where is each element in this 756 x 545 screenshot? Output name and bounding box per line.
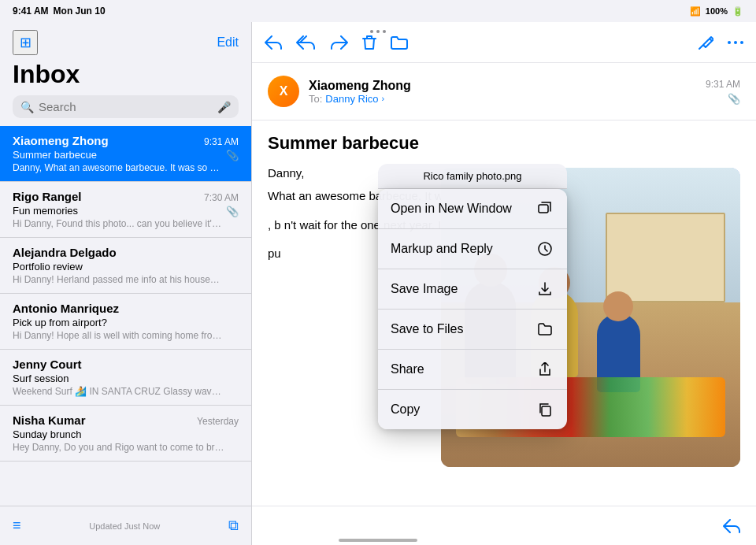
email-timestamp-area: 9:31 AM 📎 [706,79,740,105]
mail-sender-3: Antonio Manriquez [13,302,119,315]
wifi-icon: 📶 [690,6,701,17]
mail-subject-1: Fun memories [13,205,78,217]
to-label: To: [309,93,322,105]
context-menu-item-0[interactable]: Open in New Window [378,189,567,229]
mic-icon[interactable]: 🎤 [217,101,231,113]
reply-all-button[interactable] [296,35,317,50]
email-toolbar [252,22,756,63]
mail-sender-1: Rigo Rangel [13,190,82,203]
mail-list: Xiaomeng Zhong 9:31 AM Summer barbecue 📎… [0,126,251,506]
context-menu-item-4[interactable]: Share [378,350,567,390]
attachment-icon-1: 📎 [226,206,239,217]
mail-subject-4: Surf session [13,373,69,384]
mail-item-2[interactable]: Alejandra Delgado Portfolio review Hi Da… [0,238,251,294]
search-icon: 🔍 [20,101,34,113]
context-menu-label-4: Share [391,362,424,376]
stack-button[interactable]: ⧉ [228,517,239,534]
drag-dot-3 [383,30,386,33]
context-menu-label-3: Save to Files [391,322,463,336]
status-date: Mon Jun 10 [54,6,106,17]
context-menu-icon-0 [536,199,554,218]
compose-button[interactable] [698,35,713,50]
context-menu: Open in New Window Markup and Reply Save… [378,189,567,429]
context-menu-label-0: Open in New Window [391,202,512,216]
inbox-title: Inbox [0,60,251,95]
more-button[interactable] [728,40,743,45]
mail-item-3[interactable]: Antonio Manriquez Pick up from airport? … [0,294,251,350]
battery-label: 100% [706,6,728,16]
context-menu-item-2[interactable]: Save Image [378,269,567,310]
mail-preview-0: Danny, What an awesome barbecue. It was … [13,162,225,173]
email-to-row: To: Danny Rico › [309,93,696,105]
reply-bottom-icon [723,519,740,533]
svg-rect-5 [542,406,550,416]
mail-subject-3: Pick up from airport? [13,317,107,328]
mail-item-1[interactable]: Rigo Rangel 7:30 AM Fun memories 📎 Hi Da… [0,182,251,238]
sidebar-header: ⊞ Edit [0,22,251,60]
email-subject: Summer barbecue [268,133,740,154]
drag-dot-1 [370,30,373,33]
email-sender-info: Xiaomeng Zhong To: Danny Rico › [309,79,696,105]
app-container: ⊞ Edit Inbox 🔍 🎤 Xiaomeng Zhong 9:31 AM … [0,22,756,545]
status-left: 9:41 AM Mon Jun 10 [13,6,106,17]
forward-icon [331,35,348,50]
reply-icon [265,35,282,50]
filter-button[interactable]: ≡ [13,517,21,534]
search-bar[interactable]: 🔍 🎤 [13,95,239,118]
home-indicator [339,539,417,542]
status-time: 9:41 AM [13,6,49,17]
search-input[interactable] [39,100,213,113]
email-timestamp: 9:31 AM [706,79,740,90]
mail-item-0[interactable]: Xiaomeng Zhong 9:31 AM Summer barbecue 📎… [0,126,251,182]
sidebar-toggle-button[interactable]: ⊞ [13,30,38,55]
context-menu-icon-2 [536,280,554,298]
svg-rect-3 [539,205,548,213]
attachment-indicator: 📎 [728,93,740,105]
status-bar: 9:41 AM Mon Jun 10 📶 100% 🔋 [0,0,756,22]
email-header: X Xiaomeng Zhong To: Danny Rico › 9:31 A… [252,63,756,120]
context-menu-icon-1 [536,239,554,258]
svg-point-2 [740,41,743,44]
edit-button[interactable]: Edit [217,35,239,50]
status-right: 📶 100% 🔋 [690,6,743,17]
chevron-right-icon: › [382,94,385,103]
folder-button[interactable] [391,35,408,50]
mail-preview-5: Hey Danny, Do you and Rigo want to come … [13,442,225,453]
mail-subject-0: Summer barbecue [13,149,97,161]
context-menu-label-2: Save Image [391,282,458,296]
drag-dot-2 [376,30,380,33]
context-menu-icon-5 [536,400,554,419]
attachment-icon-0: 📎 [226,150,239,161]
mail-preview-4: Weekend Surf 🏄 IN SANTA CRUZ Glassy wave… [13,386,225,397]
mail-preview-3: Hi Danny! Hope all is well with coming h… [13,330,225,341]
mail-sender-0: Xiaomeng Zhong [13,134,109,147]
mail-item-5[interactable]: Nisha Kumar Yesterday Sunday brunch Hey … [0,406,251,462]
sidebar: ⊞ Edit Inbox 🔍 🎤 Xiaomeng Zhong 9:31 AM … [0,22,252,545]
email-to-link[interactable]: Danny Rico [325,93,378,105]
context-menu-label-5: Copy [391,402,420,417]
mail-time-0: 9:31 AM [204,136,239,147]
more-icon [728,40,743,45]
mail-preview-2: Hi Danny! Herland passed me info at his … [13,274,225,285]
email-bottom [252,506,756,545]
mail-sender-4: Jenny Court [13,358,82,371]
reply-all-icon [296,35,317,50]
svg-point-0 [728,41,731,44]
context-menu-icon-4 [536,360,554,379]
context-menu-item-1[interactable]: Markup and Reply [378,229,567,269]
reply-bottom-button[interactable] [723,519,740,533]
person-3-head [603,291,633,321]
mail-item-4[interactable]: Jenny Court Surf session Weekend Surf 🏄 … [0,350,251,406]
forward-button[interactable] [331,35,348,50]
reply-button[interactable] [265,35,282,50]
svg-point-1 [734,41,737,44]
context-menu-item-3[interactable]: Save to Files [378,310,567,350]
mail-sender-5: Nisha Kumar [13,413,86,427]
context-menu-label-1: Markup and Reply [391,242,493,256]
mail-subject-2: Portfolio review [13,261,83,272]
context-menu-item-5[interactable]: Copy [378,390,567,429]
battery-icon: 🔋 [732,6,743,17]
drag-handle [370,22,386,41]
compose-icon [698,35,713,50]
context-menu-filename: Rico family photo.png [378,164,567,189]
